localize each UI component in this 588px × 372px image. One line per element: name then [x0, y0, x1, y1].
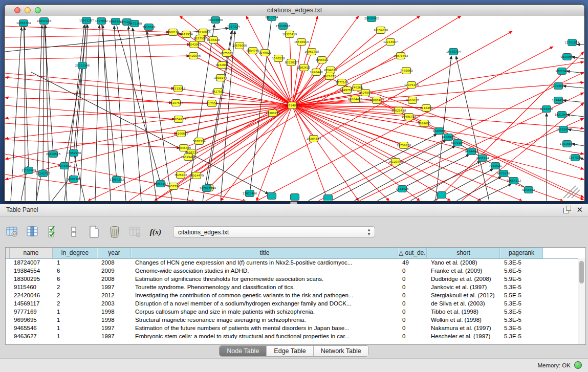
graph-node[interactable]: 17359928 — [67, 150, 81, 157]
graph-node[interactable]: 22420046 — [186, 53, 201, 59]
graph-node[interactable]: 8427552 — [212, 89, 225, 95]
column-header-out-de-[interactable]: △ out_de... — [398, 248, 427, 258]
graph-node[interactable]: 9329966 — [561, 54, 574, 60]
graph-node[interactable] — [324, 195, 333, 201]
graph-node[interactable]: 8454749 — [247, 48, 259, 54]
graph-node[interactable]: 8215958 — [540, 106, 553, 113]
table-row[interactable]: 946362711997Embryonic stem cells: a mode… — [6, 332, 578, 340]
tab-network-table[interactable]: Network Table — [314, 346, 368, 356]
table-row[interactable]: 1938455462009Genome-wide association stu… — [6, 267, 578, 275]
graph-node[interactable]: 18226058 — [196, 29, 211, 36]
graph-node[interactable]: 1990448 — [310, 69, 323, 76]
graph-node[interactable]: 17957253 — [110, 177, 124, 183]
graph-node[interactable]: 7485063 — [400, 68, 413, 74]
graph-node[interactable]: 14055724 — [16, 20, 31, 27]
graph-node[interactable]: 7932621 — [489, 163, 502, 169]
graph-node[interactable]: 20053346 — [75, 62, 90, 69]
graph-node[interactable]: 9457791 — [167, 183, 180, 190]
table-header-row[interactable]: namein_degreeyeartitle△ out_de...shortpa… — [6, 248, 585, 259]
table-row[interactable]: 1456911722003Disruption of a novel membe… — [6, 299, 578, 308]
table-row[interactable]: 946554611997Estimation of the future num… — [6, 324, 578, 332]
graph-node[interactable]: 15218506 — [276, 23, 291, 30]
column-header-pagerank[interactable]: pagerank — [500, 248, 543, 258]
graph-node[interactable]: 16154838 — [374, 27, 388, 34]
table-row[interactable]: 969969511998Structural magnetic resonanc… — [6, 316, 578, 324]
graph-node[interactable]: 16107554 — [169, 100, 184, 106]
graph-node[interactable]: 8813054 — [266, 16, 278, 21]
graph-node[interactable]: 10653287 — [79, 17, 94, 24]
function-builder-icon[interactable]: f(x) — [148, 225, 163, 239]
show-columns-icon[interactable] — [26, 225, 40, 239]
graph-node[interactable]: 12975115 — [404, 82, 419, 89]
network-canvas[interactable]: 1872400718226058932750881863281854396222… — [5, 16, 584, 201]
graph-node[interactable]: 19384554 — [307, 136, 321, 142]
delete-column-icon[interactable] — [107, 225, 122, 239]
memory-status-icon[interactable] — [574, 361, 582, 369]
graph-node[interactable]: 12213363 — [171, 85, 186, 92]
network-graph[interactable]: 1872400718226058932750881863281854396222… — [5, 16, 584, 201]
table-row[interactable]: 1872400712008Changes of HCN gene express… — [6, 258, 578, 267]
column-header-in-degree[interactable]: in_degree — [53, 248, 97, 258]
close-panel-icon[interactable]: ✕ — [576, 206, 583, 213]
graph-node[interactable]: 7815526 — [143, 24, 156, 31]
graph-node[interactable]: 7557224 — [227, 24, 240, 30]
float-panel-icon[interactable] — [563, 206, 571, 213]
network-window[interactable]: citations_edges.txt 18724007182260589327… — [4, 4, 585, 202]
table-row[interactable]: 911546021997Tourette syndrome. Phenomeno… — [6, 283, 578, 291]
graph-node[interactable]: 10325419 — [282, 31, 297, 38]
column-header-title[interactable]: title — [131, 248, 398, 258]
graph-node[interactable]: 1621072 — [323, 73, 336, 80]
table-panel-header[interactable]: Table Panel ✕ — [0, 204, 588, 216]
graph-node[interactable]: 3624554 — [359, 90, 372, 96]
graph-node[interactable]: 9463627 — [406, 97, 419, 104]
table-row[interactable]: 1830029562008Estimation of significance … — [6, 275, 578, 283]
graph-node[interactable]: 9474444 — [465, 148, 478, 155]
attribute-table[interactable]: namein_degreeyeartitle△ out_de...shortpa… — [5, 247, 586, 345]
scrollbar-thumb[interactable] — [579, 261, 584, 283]
graph-node[interactable]: 7955812 — [316, 57, 329, 63]
graph-node[interactable]: 12213967 — [383, 39, 398, 46]
graph-node[interactable]: 917004 — [206, 100, 217, 107]
graph-node[interactable]: 8322037 — [285, 59, 298, 66]
table-settings-icon[interactable] — [5, 225, 19, 239]
graph-node[interactable]: 9699695 — [418, 120, 431, 127]
graph-node[interactable]: 2935114 — [476, 155, 489, 162]
graph-node[interactable]: 8186328 — [207, 37, 220, 43]
graph-node[interactable]: 19654923 — [171, 116, 186, 123]
column-header-short[interactable]: short — [427, 248, 500, 258]
graph-node[interactable]: 9975887 — [58, 163, 71, 169]
graph-node[interactable]: 20891406 — [37, 18, 52, 25]
table-mode-icon[interactable] — [67, 225, 81, 239]
graph-node[interactable] — [291, 194, 299, 201]
column-header-year[interactable]: year — [97, 248, 131, 258]
row-selection-icon[interactable] — [46, 225, 60, 239]
table-row[interactable]: 977716911998Corpus callosum shape and si… — [6, 308, 578, 316]
new-column-icon[interactable] — [87, 225, 101, 239]
tab-node-table[interactable]: Node Table — [220, 346, 267, 356]
graph-node[interactable]: 12093872 — [551, 83, 565, 90]
network-window-titlebar[interactable]: citations_edges.txt — [5, 5, 584, 16]
graph-node[interactable]: 16640910 — [294, 39, 309, 46]
graph-node[interactable]: 9245852 — [522, 187, 535, 193]
graph-node[interactable]: 16958107 — [154, 181, 168, 187]
graph-node[interactable]: 16210643 — [555, 112, 570, 118]
graph-node[interactable]: 16033809 — [208, 17, 223, 24]
graph-node[interactable]: 20876862 — [364, 16, 379, 22]
graph-node[interactable]: 1362615 — [298, 64, 311, 71]
graph-node[interactable]: 16961758 — [304, 49, 319, 55]
graph-node[interactable]: 10654112 — [507, 178, 521, 184]
graph-node[interactable]: 23676068 — [232, 42, 247, 49]
graph-node[interactable]: 9146821 — [259, 50, 272, 56]
graph-node[interactable]: 17016504 — [560, 141, 575, 147]
graph-node[interactable] — [438, 192, 446, 199]
tab-edge-table[interactable]: Edge Table — [267, 346, 313, 356]
graph-node[interactable]: 7625402 — [175, 172, 187, 179]
graph-node[interactable]: 1167531 — [569, 155, 582, 161]
table-selector-dropdown[interactable]: citations_edges.txt ▲▼ — [173, 226, 375, 237]
graph-node[interactable]: 8471676 — [497, 170, 510, 177]
vertical-scrollbar[interactable] — [578, 258, 585, 344]
table-body[interactable]: 1872400712008Changes of HCN gene express… — [6, 258, 578, 344]
graph-node[interactable]: 6794028 — [324, 67, 337, 74]
column-header-name[interactable]: name — [10, 248, 53, 258]
graph-node[interactable]: 1527602 — [95, 18, 108, 25]
